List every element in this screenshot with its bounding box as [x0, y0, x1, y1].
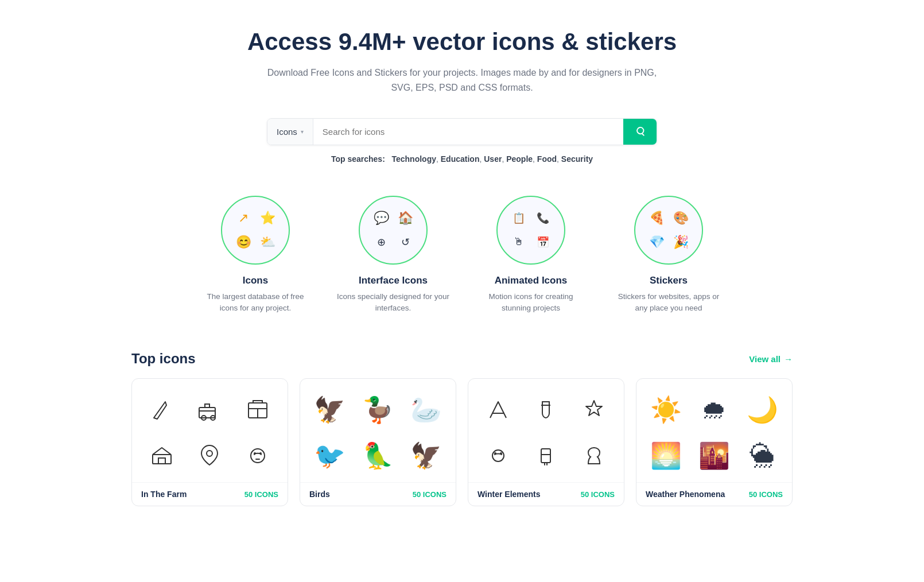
top-searches-label: Top searches:: [331, 154, 385, 164]
icon-pack-preview-birds: 🦅 🦆 🦢 🐦 🦜 🦅: [300, 379, 456, 482]
svg-point-14: [254, 452, 256, 455]
top-search-education[interactable]: Education: [441, 154, 480, 164]
pack-name-birds: Birds: [309, 490, 330, 499]
weather-icon-4: 🌅: [646, 436, 687, 475]
category-icons-circle: ↗ ⭐ 😊 ⛅: [221, 196, 290, 265]
top-search-people[interactable]: People: [506, 154, 533, 164]
birds-icon-2: 🦆: [358, 390, 399, 429]
pack-count-winter: 50 ICONS: [581, 490, 615, 499]
search-type-selector[interactable]: Icons ▾: [267, 119, 313, 145]
weather-icon-2: 🌧: [694, 390, 735, 429]
birds-icon-1: 🦅: [309, 390, 351, 429]
pack-name-farm: In The Farm: [141, 490, 187, 499]
category-stickers[interactable]: 🍕 🎨 💎 🎉 Stickers Stickers for websites, …: [611, 196, 726, 315]
cat-icon-1: ↗: [232, 207, 254, 229]
icon-pack-winter[interactable]: Winter Elements 50 ICONS: [468, 378, 624, 506]
categories-section: ↗ ⭐ 😊 ⛅ Icons The largest database of fr…: [131, 196, 793, 315]
hero-title: Access 9.4M+ vector icons & stickers: [131, 28, 793, 56]
cat-anim-2: 📞: [532, 207, 554, 229]
category-animated-icons[interactable]: 📋 📞 🖱 📅 Animated Icons Motion icons for …: [473, 196, 588, 315]
svg-point-15: [259, 452, 262, 455]
icon-pack-footer-weather: Weather Phenomena 50 ICONS: [636, 482, 792, 506]
cat-iface-1: 💬: [370, 207, 392, 229]
farm-icon-3: [237, 390, 278, 429]
pack-name-winter: Winter Elements: [477, 490, 541, 499]
category-icons-desc: The largest database of free icons for a…: [198, 291, 313, 315]
cat-iface-4: ↺: [394, 231, 416, 253]
category-icons-title: Icons: [243, 275, 268, 286]
top-icons-header: Top icons View all →: [131, 351, 793, 367]
view-all-label: View all: [749, 354, 781, 364]
category-stickers-circle: 🍕 🎨 💎 🎉: [634, 196, 703, 265]
pack-name-weather: Weather Phenomena: [646, 490, 725, 499]
pack-count-birds: 50 ICONS: [413, 490, 447, 499]
cat-iface-2: 🏠: [394, 207, 416, 229]
weather-icon-1: ☀️: [646, 390, 687, 429]
winter-icon-5: [526, 436, 567, 475]
svg-point-17: [494, 452, 496, 455]
icon-pack-birds[interactable]: 🦅 🦆 🦢 🐦 🦜 🦅 Birds 50 ICONS: [300, 378, 456, 506]
pack-count-farm: 50 ICONS: [244, 490, 278, 499]
icon-pack-weather[interactable]: ☀️ 🌧 🌙 🌅 🌇 🌦 Weather Phenomena 50 ICONS: [636, 378, 793, 506]
category-icons[interactable]: ↗ ⭐ 😊 ⛅ Icons The largest database of fr…: [198, 196, 313, 315]
weather-icon-3: 🌙: [741, 390, 783, 429]
icon-pack-preview-weather: ☀️ 🌧 🌙 🌅 🌇 🌦: [636, 379, 792, 482]
top-search-user[interactable]: User: [484, 154, 502, 164]
svg-rect-11: [158, 458, 165, 464]
winter-icon-1: [477, 390, 519, 429]
winter-icon-6: [573, 436, 615, 475]
icon-pack-footer-winter: Winter Elements 50 ICONS: [468, 482, 624, 506]
farm-icon-4: [141, 436, 183, 475]
birds-icon-3: 🦢: [405, 390, 447, 429]
icon-pack-footer-farm: In The Farm 50 ICONS: [132, 482, 288, 506]
svg-point-16: [492, 450, 504, 461]
category-interface-title: Interface Icons: [359, 275, 428, 286]
hero-section: Access 9.4M+ vector icons & stickers Dow…: [131, 28, 793, 95]
category-interface-circle: 💬 🏠 ⊕ ↺: [359, 196, 428, 265]
winter-icon-3: [573, 390, 615, 429]
farm-icon-2: [189, 390, 231, 429]
svg-line-2: [154, 418, 157, 419]
search-container: Icons ▾: [267, 118, 657, 145]
birds-icon-6: 🦅: [405, 436, 447, 475]
top-search-technology[interactable]: Technology: [391, 154, 436, 164]
pack-count-weather: 50 ICONS: [749, 490, 783, 499]
category-interface-desc: Icons specially designed for your interf…: [336, 291, 451, 315]
top-search-food[interactable]: Food: [537, 154, 557, 164]
category-animated-circle: 📋 📞 🖱 📅: [496, 196, 565, 265]
category-stickers-title: Stickers: [650, 275, 688, 286]
farm-icon-5: [189, 436, 231, 475]
hero-subtitle: Download Free Icons and Stickers for you…: [131, 65, 793, 95]
icon-pack-preview-winter: [468, 379, 624, 482]
icon-pack-preview-farm: [132, 379, 288, 482]
farm-icon-6: [237, 436, 278, 475]
cat-sticker-1: 🍕: [646, 207, 667, 229]
category-animated-desc: Motion icons for creating stunning proje…: [473, 291, 588, 315]
top-search-security[interactable]: Security: [561, 154, 593, 164]
cat-sticker-2: 🎨: [670, 207, 692, 229]
svg-point-18: [500, 452, 502, 455]
birds-icon-4: 🐦: [309, 436, 351, 475]
view-all-link[interactable]: View all →: [749, 354, 793, 364]
search-button[interactable]: [623, 119, 657, 145]
winter-icon-2: [526, 390, 567, 429]
svg-line-3: [165, 402, 166, 405]
category-interface-icons[interactable]: 💬 🏠 ⊕ ↺ Interface Icons Icons specially …: [336, 196, 451, 315]
icon-pack-in-the-farm[interactable]: In The Farm 50 ICONS: [131, 378, 288, 506]
winter-icon-4: [477, 436, 519, 475]
weather-icon-6: 🌦: [741, 436, 783, 475]
search-input[interactable]: [313, 119, 623, 145]
category-stickers-desc: Stickers for websites, apps or any place…: [611, 291, 726, 315]
category-animated-title: Animated Icons: [495, 275, 568, 286]
birds-icon-5: 🦜: [358, 436, 399, 475]
cat-icon-2: ⭐: [257, 207, 278, 229]
cat-anim-4: 📅: [532, 231, 554, 253]
icon-pack-footer-birds: Birds 50 ICONS: [300, 482, 456, 506]
chevron-down-icon: ▾: [301, 129, 304, 135]
weather-icon-5: 🌇: [694, 436, 735, 475]
search-type-label: Icons: [277, 127, 297, 137]
top-searches: Top searches: Technology, Education, Use…: [131, 154, 793, 164]
cat-anim-1: 📋: [508, 207, 530, 229]
icon-packs-grid: In The Farm 50 ICONS 🦅 🦆 🦢 🐦 🦜 🦅 Birds 5…: [131, 378, 793, 506]
cat-icon-3: 😊: [232, 231, 254, 253]
